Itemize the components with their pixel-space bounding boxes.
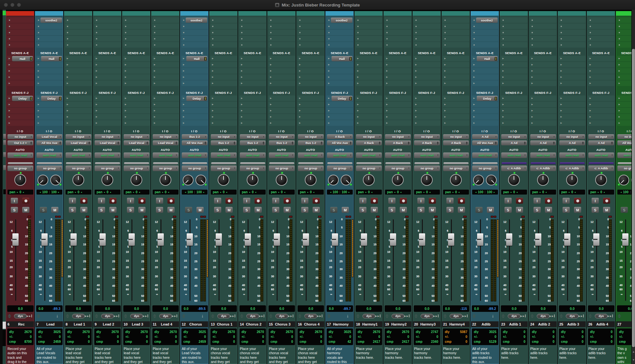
send-slot-c[interactable]: ► [356,68,382,74]
insert-slot-b[interactable] [210,23,237,29]
output-selector[interactable]: A Back [356,140,382,145]
fader-handle[interactable] [593,233,599,246]
insert-slot-d[interactable] [414,36,440,41]
fader-track[interactable] [15,219,16,301]
automation-mode-button[interactable]: auto read▼ [385,153,411,158]
solo-button[interactable]: S [504,207,512,213]
solo-button[interactable]: S [534,207,541,213]
track-comments[interactable]: All of your harmony vocals are routed to… [327,347,353,364]
insert-slot-e[interactable] [472,42,498,48]
send-slot-j[interactable]: ► [152,120,179,126]
send-slot-h[interactable]: ► [181,108,208,113]
send-slot-e[interactable]: ► [298,80,324,86]
pan-knob[interactable] [618,175,629,185]
insert-slot-c[interactable] [152,30,179,35]
group-selector[interactable]: no group▼ [211,166,237,171]
send-slot-d[interactable]: ► [123,74,150,80]
solo-button[interactable]: S [359,207,366,213]
track-name-plate[interactable]: 19 Harmny2 [384,321,411,327]
send-slot-f[interactable]: ► [240,95,266,101]
track-spinner[interactable] [589,314,592,318]
insert-slot-b[interactable] [559,23,585,29]
track-spinner[interactable] [618,314,621,318]
send-slot-i[interactable]: ► [298,114,324,120]
input-monitor-button[interactable]: I [11,198,18,204]
insert-slot-c[interactable] [559,30,585,35]
insert-slot-c[interactable] [65,30,92,35]
insert-slot-c[interactable] [210,30,237,35]
send-slot-d[interactable]: ► [269,74,295,80]
insert-slot-d[interactable] [240,36,266,41]
send-button[interactable]: Hall [477,56,498,61]
send-slot-e[interactable]: ► [123,80,150,86]
send-slot-g[interactable]: ► [7,102,34,107]
minimize-window-button[interactable] [10,3,14,7]
send-slot-c[interactable]: ► [501,68,527,74]
track-color-bar[interactable] [122,11,150,16]
fader-track[interactable] [364,219,365,301]
input-selector[interactable]: A Back▼ [327,134,353,139]
track-spinner[interactable] [502,314,505,318]
vertical-scrollbar[interactable]: ▲ ▼ [631,10,635,364]
playlist-icon[interactable]: ►► [142,314,148,318]
insert-slot-b[interactable] [356,23,382,29]
send-slot-a[interactable]: ► [152,56,179,61]
record-arm-button[interactable] [22,198,29,204]
track-comments[interactable]: Place your harmony tracks here. [356,347,382,364]
send-slot-e[interactable]: ► [7,80,34,86]
send-slot-i[interactable]: ► [356,114,382,120]
send-slot-j[interactable]: ► [414,120,440,126]
output-selector[interactable]: Lead Vocal [95,140,120,145]
send-slot-a[interactable]: ► [443,56,469,61]
track-comments[interactable]: Place your harmony tracks here. [385,347,411,364]
down-arrow-icon[interactable]: ↓ [201,313,204,318]
send-slot-c[interactable]: ► [65,68,92,74]
record-arm-button[interactable] [400,198,407,204]
send-slot-e[interactable]: ► [501,80,527,86]
insert-slot-b[interactable] [65,23,92,29]
input-monitor-button[interactable]: I [214,198,221,204]
insert-slot-e[interactable] [588,42,614,48]
insert-slot-b[interactable] [94,23,121,29]
send-slot-e[interactable]: ► [356,80,382,86]
insert-slot-a[interactable] [385,17,411,23]
playlist-icon[interactable]: ►► [578,314,584,318]
fader-handle[interactable] [100,233,106,246]
send-slot-h[interactable]: ► [588,108,614,113]
playlist-icon[interactable]: ►► [404,314,410,318]
send-button[interactable]: Hall [12,56,33,61]
send-slot-h[interactable]: ► [472,108,498,113]
automation-mode-button[interactable]: auto read▼ [472,153,498,158]
send-slot-d[interactable]: ► [36,74,63,80]
track-color-bar[interactable] [209,11,237,16]
input-selector[interactable]: no input▼ [240,134,266,139]
send-button[interactable]: Delay [41,96,62,101]
insert-slot-e[interactable] [269,42,295,48]
track-name-plate[interactable]: 9 Lead 2 [93,321,121,327]
track-comments[interactable]: Place your harmony tracks here. [414,347,440,364]
fader-handle[interactable] [245,233,251,246]
fader-track[interactable] [219,219,220,301]
scrollbar-thumb[interactable] [632,49,635,347]
send-slot-a[interactable]: ► [617,56,631,61]
send-slot-j[interactable]: ► [443,120,469,126]
solo-button[interactable]: S [301,207,308,213]
record-arm-button[interactable] [429,198,436,204]
send-slot-b[interactable]: ► [443,62,469,67]
output-selector[interactable]: Bus 1-2 [240,140,266,145]
send-slot-a[interactable]: ► [559,56,585,61]
insert-slot-d[interactable] [94,36,121,41]
mute-button[interactable]: M [22,207,29,213]
fader-track[interactable] [625,219,626,301]
insert-slot-d[interactable] [210,36,237,41]
send-slot-e[interactable]: ► [210,80,237,86]
scroll-up-button[interactable]: ▲ [632,348,635,356]
track-name-plate[interactable]: 22 Adlib [471,321,499,327]
send-slot-e[interactable]: ► [617,80,631,86]
send-slot-b[interactable]: ► [472,62,498,67]
input-monitor-button[interactable]: I [388,198,395,204]
fader-track[interactable] [596,219,597,301]
input-selector[interactable]: no input▼ [617,134,631,139]
send-slot-d[interactable]: ► [617,74,631,80]
insert-plugin-button[interactable]: soothe2 [40,18,62,23]
